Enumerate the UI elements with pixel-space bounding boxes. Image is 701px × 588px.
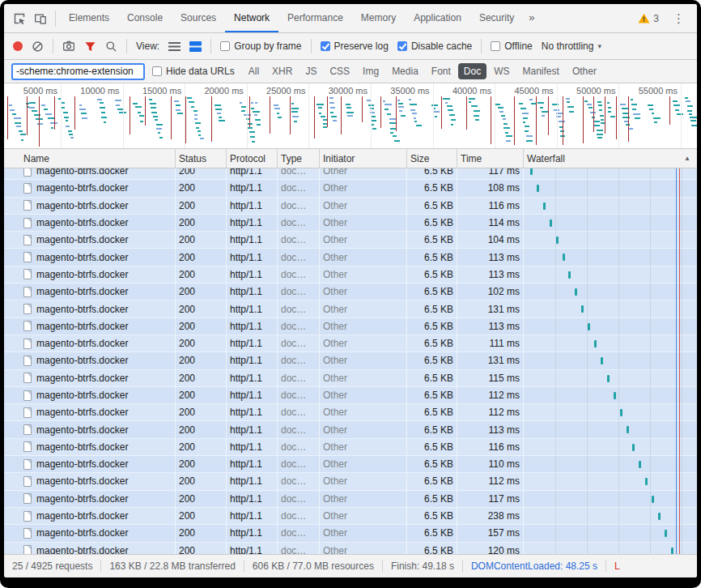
request-waterfall-cell [524, 318, 697, 334]
request-status-cell: 200 [176, 404, 227, 420]
request-type-cell: doc… [278, 370, 320, 386]
column-header-name[interactable]: Name [4, 149, 176, 168]
request-initiator-cell: Other [320, 543, 407, 554]
column-header-protocol[interactable]: Protocol [227, 149, 278, 168]
network-status-bar: 25 / 4925 requests 163 KB / 22.8 MB tran… [4, 554, 697, 577]
network-request-row[interactable]: magento-btrfs.docker 200 http/1.1 doc… O… [4, 318, 697, 335]
request-size-cell: 6.5 KB [407, 180, 457, 196]
network-request-row[interactable]: magento-btrfs.docker 200 http/1.1 doc… O… [4, 404, 697, 421]
filter-type-doc[interactable]: Doc [458, 63, 486, 79]
document-icon [23, 304, 32, 314]
tab-sources[interactable]: Sources [172, 4, 225, 32]
network-request-row[interactable]: magento-btrfs.docker 200 http/1.1 doc… O… [4, 335, 697, 352]
column-header-status[interactable]: Status [176, 149, 227, 168]
network-filter-input[interactable] [12, 64, 144, 79]
request-type-cell: doc… [278, 266, 320, 283]
network-request-row[interactable]: magento-btrfs.docker 200 http/1.1 doc… O… [4, 491, 697, 508]
devtools-window: ElementsConsoleSourcesNetworkPerformance… [4, 4, 697, 577]
request-type-cell: doc… [278, 283, 320, 300]
window-frame: ElementsConsoleSourcesNetworkPerformance… [0, 0, 701, 588]
record-button[interactable] [13, 41, 23, 51]
network-request-row[interactable]: magento-btrfs.docker 200 http/1.1 doc… O… [4, 168, 697, 180]
tab-memory[interactable]: Memory [352, 4, 405, 32]
filter-type-all[interactable]: All [243, 63, 265, 79]
request-protocol-cell: http/1.1 [227, 421, 278, 437]
request-status-cell: 200 [176, 473, 227, 489]
network-request-row[interactable]: magento-btrfs.docker 200 http/1.1 doc… O… [4, 180, 697, 197]
request-time-cell: 113 ms [457, 318, 524, 334]
tab-security[interactable]: Security [470, 4, 523, 32]
disable-cache-checkbox[interactable]: Disable cache [397, 40, 472, 52]
network-request-row[interactable]: magento-btrfs.docker 200 http/1.1 doc… O… [4, 266, 697, 283]
request-status-cell: 200 [176, 318, 227, 334]
issues-warning-badge[interactable]: 3 [638, 13, 659, 24]
network-request-row[interactable]: magento-btrfs.docker 200 http/1.1 doc… O… [4, 300, 697, 317]
clear-button[interactable] [32, 40, 44, 53]
tab-elements[interactable]: Elements [60, 4, 118, 32]
network-request-row[interactable]: magento-btrfs.docker 200 http/1.1 doc… O… [4, 198, 697, 215]
hide-data-urls-checkbox[interactable]: Hide data URLs [152, 66, 235, 77]
filter-type-img[interactable]: Img [357, 63, 384, 79]
filter-type-media[interactable]: Media [386, 63, 424, 79]
network-request-row[interactable]: magento-btrfs.docker 200 http/1.1 doc… O… [4, 370, 697, 387]
filter-type-font[interactable]: Font [426, 63, 457, 79]
request-time-cell: 112 ms [457, 404, 524, 420]
view-large-rows-icon[interactable] [189, 41, 202, 52]
tab-network[interactable]: Network [225, 4, 278, 32]
more-options-icon[interactable]: ⋮ [669, 11, 689, 26]
offline-checkbox[interactable]: Offline [491, 40, 532, 52]
request-initiator-cell: Other [320, 456, 407, 472]
device-toolbar-icon[interactable] [30, 8, 51, 29]
throttling-dropdown[interactable]: No throttling ▾ [542, 40, 601, 52]
filter-type-css[interactable]: CSS [324, 63, 355, 79]
request-status-cell: 200 [176, 456, 227, 472]
network-request-row[interactable]: magento-btrfs.docker 200 http/1.1 doc… O… [4, 439, 697, 456]
waterfall-bar [563, 254, 565, 261]
view-compact-rows-icon[interactable] [168, 41, 181, 52]
column-header-time[interactable]: Time [457, 149, 524, 168]
network-request-row[interactable]: magento-btrfs.docker 200 http/1.1 doc… O… [4, 456, 697, 473]
network-request-row[interactable]: magento-btrfs.docker 200 http/1.1 doc… O… [4, 543, 697, 554]
filter-type-manifest[interactable]: Manifest [517, 63, 565, 79]
chevron-down-icon: ▾ [597, 42, 601, 50]
network-request-row[interactable]: magento-btrfs.docker 200 http/1.1 doc… O… [4, 473, 697, 490]
request-time-cell: 116 ms [457, 439, 524, 455]
network-request-row[interactable]: magento-btrfs.docker 200 http/1.1 doc… O… [4, 421, 697, 438]
search-icon[interactable] [105, 40, 117, 53]
filter-type-ws[interactable]: WS [488, 63, 515, 79]
filter-type-xhr[interactable]: XHR [266, 63, 298, 79]
request-size-cell: 6.5 KB [407, 168, 457, 179]
request-waterfall-cell [524, 473, 697, 489]
column-header-initiator[interactable]: Initiator [320, 149, 407, 168]
network-request-row[interactable]: magento-btrfs.docker 200 http/1.1 doc… O… [4, 283, 697, 300]
request-time-cell: 113 ms [457, 421, 524, 437]
group-by-frame-checkbox[interactable]: Group by frame [220, 40, 301, 52]
request-name: magento-btrfs.docker [36, 545, 128, 554]
document-icon [23, 441, 32, 452]
screenshot-capture-icon[interactable] [62, 40, 75, 53]
network-request-row[interactable]: magento-btrfs.docker 200 http/1.1 doc… O… [4, 387, 697, 404]
column-header-waterfall[interactable]: Waterfall▲ [524, 149, 697, 168]
network-overview-timeline[interactable]: 5000 ms10000 ms15000 ms20000 ms25000 ms3… [4, 83, 697, 149]
preserve-log-checkbox[interactable]: Preserve log [321, 40, 389, 52]
request-time-cell: 111 ms [457, 335, 524, 352]
network-request-row[interactable]: magento-btrfs.docker 200 http/1.1 doc… O… [4, 508, 697, 525]
filter-type-js[interactable]: JS [300, 63, 322, 79]
column-header-size[interactable]: Size [407, 149, 457, 168]
request-status-cell: 200 [176, 525, 227, 541]
filter-icon[interactable] [84, 40, 96, 53]
filter-type-other[interactable]: Other [567, 63, 602, 79]
tabs-overflow-button[interactable]: » [523, 4, 540, 32]
network-request-row[interactable]: magento-btrfs.docker 200 http/1.1 doc… O… [4, 352, 697, 369]
inspect-element-icon[interactable] [9, 8, 30, 29]
tab-console[interactable]: Console [118, 4, 172, 32]
column-header-type[interactable]: Type [278, 149, 320, 168]
network-request-row[interactable]: magento-btrfs.docker 200 http/1.1 doc… O… [4, 215, 697, 232]
network-request-row[interactable]: magento-btrfs.docker 200 http/1.1 doc… O… [4, 249, 697, 266]
tab-application[interactable]: Application [405, 4, 470, 32]
network-request-row[interactable]: magento-btrfs.docker 200 http/1.1 doc… O… [4, 525, 697, 542]
tab-performance[interactable]: Performance [278, 4, 352, 32]
request-size-cell: 6.5 KB [407, 525, 457, 541]
network-request-row[interactable]: magento-btrfs.docker 200 http/1.1 doc… O… [4, 232, 697, 249]
request-protocol-cell: http/1.1 [227, 198, 278, 214]
